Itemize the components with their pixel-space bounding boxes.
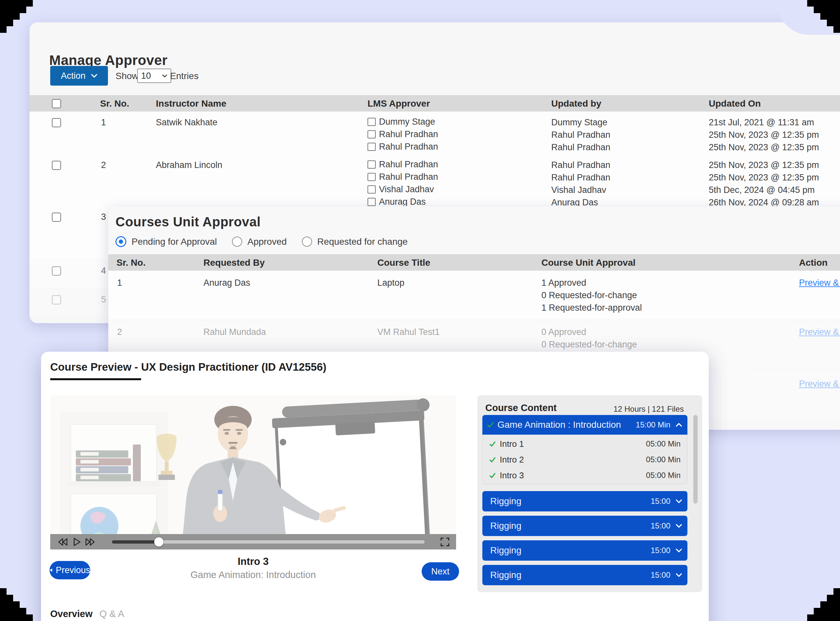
fast-forward-icon[interactable] (85, 537, 96, 547)
course-content-meta: 12 Hours | 121 Files (614, 404, 684, 413)
approver-checkbox[interactable] (367, 143, 376, 151)
accordion-section-duration: 15:00 (650, 497, 670, 506)
video-progress-fill (112, 540, 159, 544)
radio-selected-icon[interactable] (115, 236, 126, 247)
lesson-title: Intro 2 (500, 455, 646, 465)
updated-by-name: Rahul Pradhan (551, 173, 610, 183)
row-checkbox[interactable] (52, 213, 61, 222)
cell-sr: 1 (117, 278, 122, 288)
cell-course-title: Laptop (378, 278, 405, 288)
current-lesson-subtitle: Game Animation: Introduction (50, 570, 456, 580)
approver-checkbox[interactable] (367, 185, 376, 194)
chevron-down-icon[interactable] (676, 524, 682, 528)
manage-table-header: Sr. No. Instructor Name LMS Approver Upd… (30, 95, 840, 112)
row-checkbox[interactable] (52, 161, 61, 170)
table-row: 2 Abraham Lincoln Rahul Pradhan Rahul Pr… (30, 154, 840, 206)
fullscreen-icon[interactable] (440, 537, 450, 547)
lesson-item[interactable]: Intro 1 05:00 Min (483, 436, 687, 452)
accordion-section-duration: 15:00 (650, 546, 670, 555)
updated-by-name: Vishal Jadhav (551, 185, 610, 195)
approval-line: 0 Approved (541, 327, 642, 337)
accordion-section-collapsed[interactable]: Rigging 15:00 (482, 516, 687, 536)
check-icon (489, 457, 496, 462)
entries-select[interactable]: 10 (137, 68, 171, 83)
cell-sr: 5 (101, 295, 106, 305)
show-label: Show (115, 71, 138, 81)
chevron-down-icon[interactable] (676, 573, 682, 577)
accordion-section-title: Rigging (490, 521, 650, 531)
chevron-up-icon[interactable] (676, 423, 682, 427)
previous-button[interactable]: Previous (50, 561, 90, 579)
lesson-title: Intro 3 (500, 470, 646, 480)
courses-unit-approval-title: Courses Unit Approval (115, 215, 261, 229)
accordion-section-title: Game Animation : Introduction (497, 420, 636, 430)
video-progress-bar[interactable] (112, 540, 425, 544)
lesson-duration: 05:00 Min (646, 455, 681, 464)
courses-table-header: Sr. No. Requested By Course Title Course… (108, 254, 840, 271)
entries-label: Entries (170, 71, 199, 81)
updated-by-name: Rahul Pradhan (551, 130, 610, 140)
col-course-unit-approval: Course Unit Approval (541, 257, 635, 268)
check-icon (489, 473, 496, 478)
rewind-icon[interactable] (58, 537, 68, 547)
course-preview-title-prefix: Course Preview - (50, 361, 141, 380)
col-sr-no: Sr. No. (117, 257, 146, 268)
content-scrollbar[interactable] (693, 415, 697, 504)
filter-pending-for-approval[interactable]: Pending for Approval (115, 236, 217, 247)
accordion-section-title: Rigging (490, 570, 650, 580)
radio-icon[interactable] (232, 236, 242, 247)
cell-updated-on: 25th Nov, 2023 @ 12:35 pm 25th Nov, 2023… (709, 160, 819, 208)
row-checkbox[interactable] (52, 118, 61, 127)
chevron-down-icon[interactable] (676, 548, 682, 553)
course-content-card: Course Content 12 Hours | 121 Files Game… (478, 395, 702, 592)
preview-approve-link[interactable]: Preview & A (799, 327, 840, 337)
accordion-section-collapsed[interactable]: Rigging 15:00 (482, 491, 687, 512)
cell-lms-approvers: Rahul Pradhan Rahul Pradhan Vishal Jadha… (367, 159, 438, 207)
accordion-section-collapsed[interactable]: Rigging 15:00 (482, 540, 687, 560)
approver-checkbox[interactable] (367, 130, 376, 138)
lesson-item[interactable]: Intro 3 05:00 Min (483, 468, 687, 483)
row-checkbox[interactable] (52, 267, 61, 276)
video-controls-bar (50, 534, 456, 550)
preview-approve-link[interactable]: Preview & A (799, 278, 840, 288)
radio-icon[interactable] (302, 236, 312, 247)
approver-checkbox[interactable] (367, 161, 376, 169)
approver-checkbox[interactable] (367, 198, 376, 206)
course-preview-title-course: UX Design Practitioner (ID AV12556) (141, 361, 326, 373)
cell-updated-on: 21st Jul, 2021 @ 11:31 am 25th Nov, 2023… (709, 117, 819, 153)
approval-line: 1 Approved (541, 278, 642, 288)
play-icon[interactable] (71, 537, 82, 547)
tab-q-and-a[interactable]: Q & A (99, 609, 124, 619)
tab-overview[interactable]: Overview (50, 609, 92, 619)
col-sr-no: Sr. No. (100, 98, 129, 109)
updated-on-date: 25th Nov, 2023 @ 12:35 pm (709, 160, 819, 170)
video-player[interactable] (50, 395, 456, 550)
filter-approved[interactable]: Approved (232, 236, 287, 247)
accordion-section-collapsed[interactable]: Rigging 15:00 (482, 565, 687, 585)
filter-label: Pending for Approval (132, 236, 217, 247)
accordion-section-expanded[interactable]: Game Animation : Introduction 15:00 Min (482, 415, 687, 435)
select-all-checkbox[interactable] (52, 99, 61, 108)
check-icon (489, 441, 496, 447)
approval-filters: Pending for Approval Approved Requested … (115, 236, 408, 247)
col-requested-by: Requested By (203, 257, 265, 268)
chevron-down-icon[interactable] (676, 499, 682, 504)
approver-checkbox[interactable] (367, 118, 376, 126)
video-frame-illustration (50, 395, 456, 550)
action-button-label: Action (61, 71, 85, 81)
cell-updated-by: Dummy Stage Rahul Pradhan Rahul Pradhan (551, 117, 610, 153)
video-progress-thumb[interactable] (154, 537, 164, 547)
cell-requested-by: Rahul Mundada (203, 327, 266, 337)
action-button[interactable]: Action (50, 66, 108, 86)
preview-approve-link[interactable]: Preview & A (799, 379, 840, 389)
filter-requested-for-change[interactable]: Requested for change (302, 236, 408, 247)
row-checkbox[interactable] (52, 295, 61, 304)
next-button[interactable]: Next (422, 562, 459, 581)
cell-lms-approvers: Dummy Stage Rahul Pradhan Rahul Pradhan (367, 117, 438, 152)
lesson-item[interactable]: Intro 2 05:00 Min (483, 452, 687, 468)
accordion-section-title: Rigging (490, 496, 650, 506)
col-action: Action (799, 257, 828, 268)
cell-sr: 1 (101, 117, 106, 127)
approver-checkbox[interactable] (367, 173, 376, 181)
updated-by-name: Dummy Stage (551, 117, 610, 127)
